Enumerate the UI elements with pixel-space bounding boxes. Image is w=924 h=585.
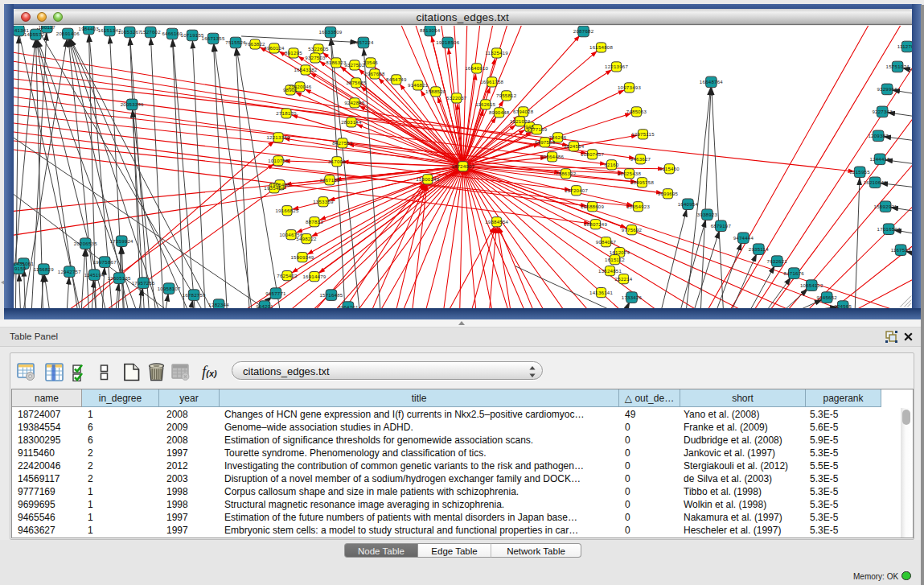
svg-text:15716485: 15716485 bbox=[319, 291, 343, 297]
svg-text:10958107: 10958107 bbox=[157, 285, 180, 290]
svg-text:9084067: 9084067 bbox=[595, 238, 616, 244]
svg-text:10654112: 10654112 bbox=[799, 282, 823, 287]
svg-text:39159: 39159 bbox=[14, 265, 27, 270]
svg-text:23546: 23546 bbox=[363, 60, 378, 65]
svg-text:3938923: 3938923 bbox=[696, 212, 717, 217]
svg-text:1282344: 1282344 bbox=[208, 301, 229, 307]
svg-text:924565: 924565 bbox=[834, 303, 852, 307]
svg-text:16640910: 16640910 bbox=[465, 65, 488, 71]
svg-text:17016504: 17016504 bbox=[877, 226, 900, 232]
svg-text:10688609: 10688609 bbox=[581, 204, 604, 209]
svg-text:1244415: 1244415 bbox=[869, 156, 890, 162]
svg-text:6497568: 6497568 bbox=[534, 139, 555, 145]
svg-text:964201: 964201 bbox=[256, 303, 273, 307]
svg-text:9245652: 9245652 bbox=[816, 294, 837, 299]
svg-text:17957255: 17957255 bbox=[131, 279, 154, 285]
svg-text:16914479: 16914479 bbox=[302, 273, 326, 278]
svg-text:317004: 317004 bbox=[328, 159, 346, 164]
svg-text:3624554: 3624554 bbox=[563, 143, 584, 149]
svg-text:7485063: 7485063 bbox=[626, 109, 647, 114]
svg-text:8964201: 8964201 bbox=[338, 303, 359, 307]
svg-text:15495758: 15495758 bbox=[630, 179, 653, 185]
svg-text:2718170: 2718170 bbox=[276, 110, 297, 116]
svg-text:11325419: 11325419 bbox=[485, 50, 508, 56]
svg-text:15720407: 15720407 bbox=[565, 187, 588, 193]
svg-text:8813054: 8813054 bbox=[420, 27, 441, 33]
svg-text:8186323: 8186323 bbox=[326, 60, 347, 65]
svg-text:8215955: 8215955 bbox=[849, 169, 870, 175]
svg-text:12505135: 12505135 bbox=[107, 274, 130, 280]
svg-text:14136141: 14136141 bbox=[589, 289, 613, 295]
svg-text:16033809: 16033809 bbox=[318, 29, 342, 35]
svg-text:9242845: 9242845 bbox=[344, 100, 365, 105]
svg-text:8960124: 8960124 bbox=[264, 45, 285, 51]
svg-text:10653267: 10653267 bbox=[117, 29, 141, 35]
svg-text:9146821: 9146821 bbox=[408, 82, 429, 88]
svg-text:5322605: 5322605 bbox=[308, 46, 329, 51]
svg-text:17359924: 17359924 bbox=[109, 237, 133, 243]
svg-text:20053346: 20053346 bbox=[120, 101, 143, 107]
svg-text:13524851: 13524851 bbox=[598, 267, 622, 273]
svg-text:1145194: 1145194 bbox=[84, 271, 104, 277]
svg-text:16210643: 16210643 bbox=[863, 179, 886, 185]
svg-text:1353359: 1353359 bbox=[313, 199, 334, 204]
svg-text:12975115: 12975115 bbox=[631, 131, 655, 137]
svg-text:10807457: 10807457 bbox=[581, 151, 604, 157]
svg-text:12213967: 12213967 bbox=[605, 64, 628, 69]
svg-text:1527602: 1527602 bbox=[140, 29, 161, 35]
svg-text:2967608: 2967608 bbox=[364, 71, 385, 76]
svg-text:19975867: 19975867 bbox=[92, 258, 116, 264]
svg-text:10025438: 10025438 bbox=[617, 171, 640, 176]
svg-text:9657771: 9657771 bbox=[265, 290, 286, 295]
svg-text:3875685: 3875685 bbox=[346, 80, 367, 85]
svg-text:7357224: 7357224 bbox=[353, 39, 374, 45]
svg-text:1162615: 1162615 bbox=[475, 101, 495, 107]
svg-text:18724007: 18724007 bbox=[451, 163, 474, 169]
svg-text:15300243: 15300243 bbox=[416, 176, 439, 182]
svg-text:1156829: 1156829 bbox=[33, 266, 53, 271]
svg-text:9329966: 9329966 bbox=[877, 86, 897, 92]
svg-text:8471676: 8471676 bbox=[783, 270, 804, 275]
svg-text:16648764: 16648764 bbox=[699, 79, 722, 84]
svg-text:14055724: 14055724 bbox=[23, 31, 47, 37]
svg-text:13654923: 13654923 bbox=[626, 204, 649, 209]
svg-text:9115460: 9115460 bbox=[659, 166, 679, 171]
svg-text:7955812: 7955812 bbox=[495, 93, 516, 98]
svg-text:6794028: 6794028 bbox=[512, 109, 533, 114]
svg-text:16782759: 16782759 bbox=[182, 291, 205, 297]
svg-text:1935494: 1935494 bbox=[264, 185, 285, 191]
svg-text:1112704: 1112704 bbox=[897, 43, 912, 49]
svg-text:19218506: 19218506 bbox=[436, 39, 459, 45]
svg-text:62160: 62160 bbox=[604, 162, 619, 167]
svg-text:9775692: 9775692 bbox=[621, 227, 642, 233]
svg-text:15692921: 15692921 bbox=[873, 204, 897, 209]
svg-text:6466160: 6466160 bbox=[162, 31, 183, 36]
svg-text:7663822: 7663822 bbox=[244, 41, 265, 47]
svg-text:7886322: 7886322 bbox=[555, 171, 576, 176]
svg-text:891295: 891295 bbox=[285, 50, 302, 56]
svg-text:9474444: 9474444 bbox=[733, 234, 754, 240]
svg-text:3267130: 3267130 bbox=[319, 177, 340, 183]
svg-text:8990448: 8990448 bbox=[488, 109, 509, 115]
svg-text:20206535: 20206535 bbox=[73, 240, 97, 245]
svg-text:16961758: 16961758 bbox=[480, 79, 503, 84]
svg-text:1588520: 1588520 bbox=[425, 89, 446, 94]
svg-text:9327503: 9327503 bbox=[305, 55, 326, 60]
svg-text:16543382: 16543382 bbox=[294, 67, 317, 72]
svg-text:12942757: 12942757 bbox=[57, 268, 80, 274]
svg-text:9777169: 9777169 bbox=[526, 126, 547, 132]
svg-text:5498222: 5498222 bbox=[296, 235, 317, 241]
svg-text:1733426: 1733426 bbox=[621, 294, 642, 299]
svg-text:746266: 746266 bbox=[548, 134, 566, 140]
svg-text:9463627: 9463627 bbox=[630, 156, 651, 162]
svg-text:12213389: 12213389 bbox=[266, 134, 290, 140]
svg-text:7625402: 7625402 bbox=[277, 272, 298, 278]
svg-text:19384554: 19384554 bbox=[485, 219, 508, 225]
svg-text:1640954: 1640954 bbox=[677, 201, 698, 207]
svg-text:15909349: 15909349 bbox=[290, 253, 314, 259]
svg-text:2935114: 2935114 bbox=[748, 245, 768, 251]
svg-text:9327502: 9327502 bbox=[344, 62, 365, 68]
svg-text:252214: 252214 bbox=[614, 275, 632, 281]
svg-text:9699695: 9699695 bbox=[657, 191, 678, 196]
svg-text:16154808: 16154808 bbox=[589, 44, 613, 50]
